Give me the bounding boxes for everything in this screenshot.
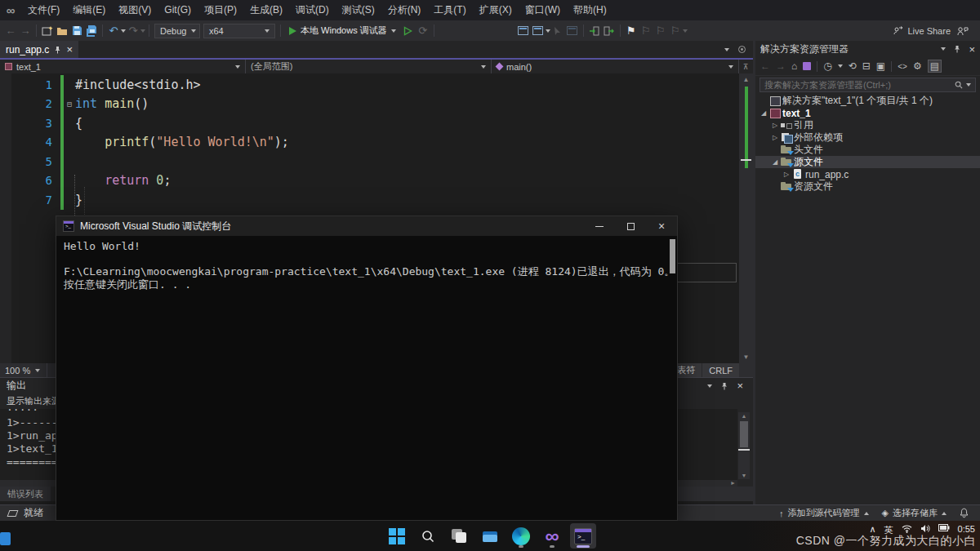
start-debugging-button[interactable]: 本地 Windows 调试器 [284, 24, 401, 37]
code-line[interactable]: 7} [0, 190, 739, 210]
console-minimize-button[interactable] [584, 216, 615, 236]
find-in-files-icon[interactable] [531, 23, 546, 39]
project-dropdown[interactable]: text_1 [0, 60, 246, 73]
menu-item[interactable]: 项目(P) [198, 0, 243, 20]
switch-views-icon[interactable] [803, 62, 811, 70]
home-icon[interactable]: ⌂ [791, 60, 797, 72]
zoom-control[interactable]: 100 % [0, 363, 47, 377]
active-files-dropdown-icon[interactable] [724, 48, 729, 51]
selection-cursor-icon[interactable] [550, 23, 565, 39]
bottom-tab-error-list[interactable]: 错误列表 [0, 487, 51, 501]
scope-dropdown[interactable]: (全局范围) [246, 60, 492, 73]
menu-item[interactable]: 分析(N) [381, 0, 428, 20]
edge-button[interactable] [508, 523, 534, 549]
hot-reload-icon[interactable]: ⟳ [416, 23, 430, 39]
save-icon[interactable] [69, 23, 84, 39]
attach-to-process-icon[interactable] [516, 23, 531, 39]
redo-dropdown-icon[interactable] [140, 29, 145, 33]
navigate-from-source-icon[interactable] [602, 23, 617, 39]
scrollbar-thumb[interactable] [740, 421, 748, 447]
pending-changes-filter-icon[interactable]: ◷ [823, 60, 831, 72]
widgets-icon[interactable] [0, 532, 11, 545]
battery-icon[interactable] [938, 524, 950, 531]
clear-bookmarks-icon[interactable]: ⚐ [668, 23, 683, 39]
redo-icon[interactable]: ↷ [126, 23, 140, 39]
menu-item[interactable]: 视图(V) [112, 0, 158, 20]
start-without-debugging-icon[interactable] [401, 23, 416, 39]
scroll-up-icon[interactable]: ▲ [738, 413, 750, 419]
scroll-up-icon[interactable]: ▲ [739, 76, 753, 83]
volume-icon[interactable] [920, 524, 930, 533]
open-file-icon[interactable] [55, 23, 69, 39]
platform-combo[interactable]: x64 [203, 24, 275, 38]
tree-expanded-arrow-icon[interactable]: ◢ [770, 158, 780, 166]
scroll-right-icon[interactable]: ► [730, 480, 736, 486]
pin-icon[interactable] [54, 46, 61, 54]
task-view-button[interactable] [446, 523, 472, 549]
show-all-files-icon[interactable]: ▤ [928, 60, 942, 73]
tree-item[interactable]: 解决方案"text_1"(1 个项目/共 1 个) [755, 95, 980, 107]
chevron-down-icon[interactable] [966, 83, 971, 87]
tree-item[interactable]: 资源文件 [755, 180, 980, 193]
code-line[interactable]: 3{ [0, 113, 739, 133]
panel-dropdown-icon[interactable] [707, 384, 712, 388]
code-line[interactable]: 4 printf("Hello World!\n"); [0, 133, 739, 153]
file-explorer-button[interactable] [477, 523, 503, 549]
tree-expanded-arrow-icon[interactable]: ◢ [759, 109, 768, 117]
start-button[interactable] [384, 523, 410, 549]
console-titlebar[interactable]: Microsoft Visual Studio 调试控制台 × [56, 216, 677, 236]
tab-close-icon[interactable]: × [66, 43, 73, 56]
sync-with-active-document-icon[interactable]: ⟲ [849, 60, 857, 72]
save-all-icon[interactable] [84, 23, 99, 39]
notifications-bell-icon[interactable] [960, 508, 969, 518]
navigate-forward-icon[interactable]: → [18, 23, 33, 39]
tree-collapsed-arrow-icon[interactable]: ▷ [770, 134, 780, 141]
tree-collapsed-arrow-icon[interactable]: ▷ [782, 171, 791, 178]
menu-item[interactable]: 文件(F) [21, 0, 66, 20]
menu-item[interactable]: 帮助(H) [567, 0, 613, 20]
console-close-button[interactable]: × [646, 216, 677, 236]
menu-item[interactable]: 测试(S) [336, 0, 381, 20]
console-app-button[interactable] [570, 523, 596, 549]
taskbar-search-button[interactable] [415, 523, 441, 549]
properties-window-icon[interactable]: ▣ [876, 60, 885, 72]
next-bookmark-icon[interactable]: ⚐ [653, 23, 668, 39]
visual-studio-button[interactable]: ∞ [539, 523, 565, 549]
menu-item[interactable]: 扩展(X) [473, 0, 519, 20]
select-repository-button[interactable]: ◈ 选择存储库 [882, 507, 947, 519]
solution-search-box[interactable] [760, 78, 976, 92]
feedback-icon[interactable] [957, 26, 969, 36]
solution-search-input[interactable] [764, 80, 951, 90]
debug-console-window[interactable]: Microsoft Visual Studio 调试控制台 × Hello Wo… [56, 216, 678, 521]
navigate-back-icon[interactable]: ← [3, 23, 18, 39]
menu-item[interactable]: 生成(B) [243, 0, 289, 20]
pin-icon[interactable] [954, 45, 960, 53]
code-line[interactable]: 2⊟int main() [0, 95, 739, 114]
menu-item[interactable]: Git(G) [158, 0, 198, 20]
fold-indicator-icon[interactable]: ⊟ [64, 100, 75, 109]
member-dropdown[interactable]: main() [492, 60, 739, 73]
console-maximize-button[interactable] [615, 216, 646, 236]
tree-item[interactable]: ▷外部依赖项 [755, 131, 980, 144]
new-project-icon[interactable] [40, 23, 55, 39]
undo-icon[interactable]: ↶ [106, 23, 121, 39]
properties-icon[interactable]: ⚙ [913, 60, 922, 72]
configuration-combo[interactable]: Debug [154, 24, 200, 38]
panel-dropdown-icon[interactable] [941, 47, 946, 51]
previous-bookmark-icon[interactable]: ⚐ [639, 23, 653, 39]
line-ending-indicator[interactable]: CRLF [702, 363, 739, 377]
menu-item[interactable]: 调试(D) [289, 0, 336, 20]
scroll-down-icon[interactable]: ▼ [739, 353, 753, 361]
collapse-all-icon[interactable]: ⊟ [862, 60, 871, 72]
tree-item[interactable]: ▷引用 [755, 119, 980, 131]
tree-item[interactable]: ◢text_1 [755, 107, 980, 119]
navigate-to-source-icon[interactable] [587, 23, 602, 39]
menu-item[interactable]: 窗口(W) [519, 0, 567, 20]
menu-item[interactable]: 编辑(E) [66, 0, 112, 20]
paste-icon[interactable] [565, 23, 580, 39]
document-tab[interactable]: run_app.c × [0, 41, 78, 58]
chevron-down-icon[interactable] [838, 64, 843, 68]
chevron-down-icon[interactable] [683, 29, 688, 33]
toggle-bookmark-icon[interactable]: ⚑ [624, 23, 639, 39]
split-window-button[interactable]: ⊼ [739, 60, 752, 73]
